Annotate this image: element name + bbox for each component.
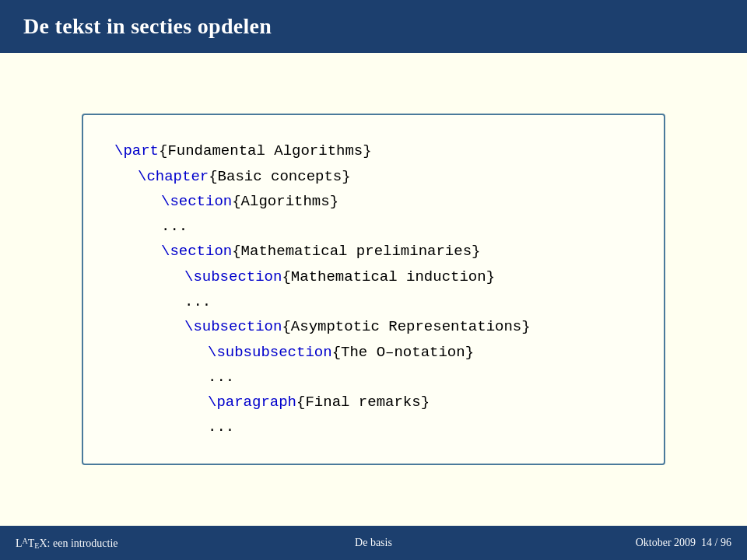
footer-content: LATEX: een introductie De basis Oktober … [16,537,731,550]
text-subsection-1: {Mathematical induction} [282,268,495,285]
slide: De tekst in secties opdelen \part{Fundam… [0,0,747,560]
slide-footer: LATEX: een introductie De basis Oktober … [0,526,747,560]
footer-date: Oktober 2009 [636,537,696,548]
dots-4: ... [208,418,234,436]
cmd-subsubsection: \subsubsection [208,344,332,361]
code-line-5: \section{Mathematical preliminaries} [114,239,633,264]
cmd-section-2: \section [161,243,232,260]
cmd-paragraph: \paragraph [208,394,296,411]
text-paragraph: {Final remarks} [296,394,430,411]
text-subsubsection: {The O–notation} [332,344,474,361]
code-box: \part{Fundamental Algorithms} \chapter{B… [82,114,665,465]
code-line-2: \chapter{Basic concepts} [114,164,633,189]
code-line-8: \subsection{Asymptotic Representations} [114,314,633,339]
footer-right-label: Oktober 2009 14 / 96 [636,537,731,549]
footer-center-label: De basis [355,537,392,549]
code-line-11: \paragraph{Final remarks} [114,390,633,415]
code-line-6: \subsection{Mathematical induction} [114,264,633,289]
code-line-3: \section{Algorithms} [114,189,633,214]
dots-3: ... [208,369,234,386]
text-subsection-2: {Asymptotic Representations} [282,318,530,335]
cmd-subsection-1: \subsection [184,268,282,285]
code-line-12: ... [114,415,633,439]
slide-content: \part{Fundamental Algorithms} \chapter{B… [0,53,747,526]
footer-total: 96 [721,537,731,548]
text-chapter: {Basic concepts} [209,168,350,185]
code-line-4: ... [114,214,633,239]
code-line-7: ... [114,289,633,314]
code-line-9: \subsubsection{The O–notation} [114,340,633,365]
footer-left-label: LATEX: een introductie [16,537,118,550]
code-line-10: ... [114,365,633,390]
dots-2: ... [184,293,211,310]
cmd-subsection-2: \subsection [184,318,282,335]
text-part: {Fundamental Algorithms} [159,142,372,159]
dots-1: ... [161,218,188,235]
cmd-chapter: \chapter [138,168,209,185]
slide-header: De tekst in secties opdelen [0,0,747,53]
text-section-1: {Algorithms} [232,193,338,210]
cmd-part: \part [114,142,159,159]
code-line-1: \part{Fundamental Algorithms} [114,138,633,163]
cmd-section-1: \section [161,193,232,210]
text-section-2: {Mathematical preliminaries} [232,243,480,260]
footer-page: 14 [701,537,712,548]
slide-title: De tekst in secties opdelen [23,14,272,39]
